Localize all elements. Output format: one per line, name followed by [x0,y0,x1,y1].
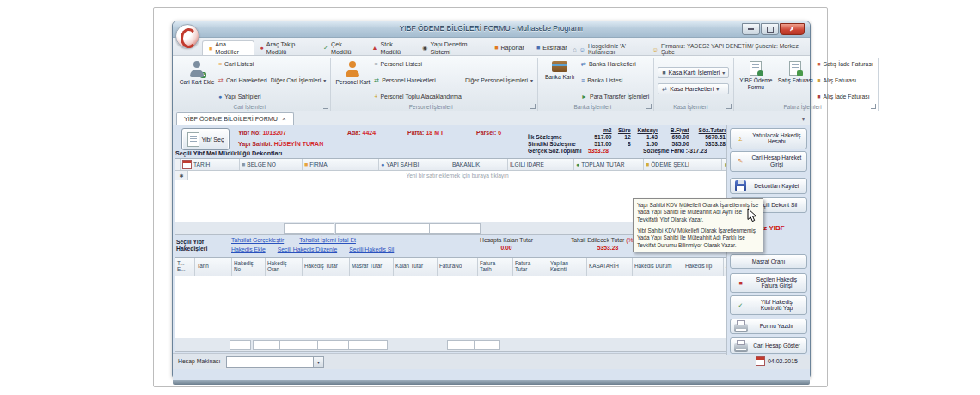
footer-input[interactable] [230,340,251,350]
ribbon-bigbutton[interactable]: +Cari Kart Ekle [179,59,215,101]
calc-combobox[interactable]: ▼ [226,356,324,368]
button-cari-hesap-g-ster[interactable]: Cari Hesap Göster [730,337,807,354]
button-masraf-oran-[interactable]: Masraf Oranı [730,254,807,269]
tab-close-icon[interactable]: × [282,116,286,123]
footer-input[interactable] [253,340,279,350]
link-se-ili-hakedi-d-zenle[interactable]: Seçili Hakediş Düzenle [278,246,338,252]
ribbon-bigbutton[interactable]: Satış Faturası [777,59,813,101]
column-header-1[interactable]: TARİH [181,159,240,170]
ribbon-item[interactable]: ►Para Transfer İşlemleri [581,94,649,100]
button-cari-hesap-hareket-giri-i[interactable]: ✎Cari Hesap Hareket Girişi [730,151,807,173]
totals-input[interactable] [284,223,334,234]
footer-input[interactable] [317,340,349,350]
bulk-credit-icon: + [374,94,377,100]
minimize-button[interactable] [742,23,760,35]
tab-yap-denetim-sistemi[interactable]: ◉Yapı Denetim Sistemi [416,40,488,55]
hakedis-column-header-7[interactable]: Kalan Tutar [394,258,438,276]
row-selector[interactable]: ✱ [175,171,188,180]
totals-input[interactable] [383,223,430,234]
contract-col-header: m2 [580,127,612,133]
ribbon-item[interactable]: ■Satış İade Faturası [817,61,873,67]
hakedis-grid-body[interactable] [175,276,726,338]
link-se-ili-hakedi-sil[interactable]: Seçili Hakediş Sil [349,246,394,252]
column-header-label: YAPI SAHİBİ [386,161,419,167]
hakedis-column-header-1[interactable]: T... E... [175,258,195,276]
chevron-down-icon[interactable]: ▼ [313,357,323,367]
column-header-5[interactable]: BAKANLIK [450,159,508,170]
hakedis-column-header-14[interactable]: HakedisTip [683,258,724,276]
hakedis-grid[interactable]: T... E...TarihHakediş NoHakediş OranHake… [175,257,727,340]
button-yibf-hakedi-kontrol-yap[interactable]: ✓Yibf Hakediş Kontrolü Yap [730,295,807,315]
maximize-button[interactable] [761,23,779,35]
column-header-2[interactable]: ■BELGE NO [240,159,303,170]
ribbon-items: ≡Cari Listesi⇄Cari Hareketleri●Yapı Sahi… [218,59,267,101]
new-row-hint[interactable]: Yeni bir satır eklemek için buraya tıkla… [188,171,726,180]
ribbon-dropdown-item[interactable]: Diğer Cari İşlemleri▾ [271,77,327,83]
ribbon-item[interactable]: ■Alış İade Faturası [817,94,873,100]
window-titlebar[interactable]: YIBF ÖDEME BİLGİLERİ FORMU - Muhasebe Pr… [173,21,810,38]
button-se-ilen-hakedi-fatura-giri-i[interactable]: ■Seçilen Hakediş Fatura Girişi [730,273,807,293]
hakedis-column-header-8[interactable]: FaturaNo [438,258,478,276]
hakedis-column-header-2[interactable]: Tarih [195,258,232,276]
column-header-4[interactable]: ●YAPI SAHİBİ [379,159,450,170]
footer-input[interactable] [475,340,500,350]
group-launcher-icon[interactable] [726,104,732,109]
totals-input[interactable] [335,223,383,234]
button-formu-yazd-r[interactable]: Formu Yazdır [730,319,807,335]
footer-input[interactable] [348,340,388,350]
totals-input[interactable] [429,223,481,234]
close-button[interactable]: ✗ [780,23,805,35]
ribbon-item[interactable]: ⇄Personel Hareketleri [374,77,462,83]
tab-ekstralar[interactable]: ■Ekstralar [530,40,573,55]
link-hakedi-ekle[interactable]: Hakediş Ekle [231,246,266,252]
document-tab[interactable]: YİBF ÖDEME BİLGİLERİ FORMU × [176,112,294,125]
tab--ek-mod-l-[interactable]: ✓Çek Modülü [317,40,365,55]
tab-raporlar[interactable]: ■Raporlar [488,40,530,55]
hakedis-column-header-6[interactable]: Masraf Tutar [350,258,394,276]
ribbon-dropdown-item[interactable]: Diğer Personel İşlemleri▾ [465,77,533,83]
footer-input[interactable] [447,340,475,350]
home-icon[interactable]: ⌂ [573,46,577,52]
ribbon-item[interactable]: ≡Personel Listesi [374,61,462,67]
tab-ana-mod-ller[interactable]: ■Ana Modüller [202,40,254,55]
ribbon-item[interactable]: ≡Banka Listesi [581,77,649,83]
hakedis-column-header-10[interactable]: Fatura Tutar [513,258,548,276]
hakedis-column-header-5[interactable]: Hakediş Tutar [303,258,350,276]
hakedis-column-header-13[interactable]: Hakedis Durum [633,258,683,276]
ribbon-group: YİBF Ödeme FormuSatış Faturası■Satış İad… [734,58,878,111]
group-launcher-icon[interactable] [646,104,652,109]
tab-ara-takip-mod-l-[interactable]: ●Araç Takip Modülü [254,40,318,55]
hakedis-column-header-12[interactable]: KASATARİH [587,258,633,276]
yibf-sec-button[interactable]: Yibf Seç [181,128,230,150]
ribbon-bigbutton[interactable]: YİBF Ödeme Formu [738,59,774,101]
group-launcher-icon[interactable] [871,104,876,109]
group-launcher-icon[interactable] [323,104,328,109]
link-tahsilat-ger-ekle-tir[interactable]: Tahsilat Gerçekleştir [231,237,284,243]
hakedis-column-header-3[interactable]: Hakediş No [232,258,266,276]
link-tahsilat-i-lemi-i-ptal-et[interactable]: Tahsilat İşlemi İptal Et [299,237,356,243]
doctab-overflow-icon[interactable]: ▾ [802,116,805,122]
ribbon-item[interactable]: ≡Cari Listesi [218,61,267,67]
ribbon-item[interactable]: ⇄Banka Hareketleri [581,61,649,67]
column-header-7[interactable]: ●TOPLAM TUTAR [574,159,644,170]
ribbon-item[interactable]: ■Alış Faturası [817,77,873,83]
ribbon-item[interactable]: ●Yapı Sahipleri [218,94,267,100]
hakedis-column-header-9[interactable]: Fatura Tarih [478,258,513,276]
contract-value: 5670.51 [689,134,726,140]
ribbon-bigbutton[interactable]: Banka Kartı [542,59,578,101]
footer-input[interactable] [279,340,318,350]
ribbon-item[interactable]: +Personel Toplu Alacaklandırma [374,94,462,100]
tab-stok-mod-l-[interactable]: ▲Stok Modülü [366,40,417,55]
button-dekontlar-kaydet[interactable]: Dekontları Kaydet [730,178,807,194]
button-yat-r-lacak-hakedi-hesab-[interactable]: ΣYatırılacak Hakediş Hesabı [730,128,807,149]
hakedis-column-header-4[interactable]: Hakediş Oran [266,258,303,276]
column-header-3[interactable]: ■FİRMA [303,159,379,170]
hakedis-column-header-11[interactable]: Yapılan Kesinti [548,258,587,276]
ribbon-bigbutton[interactable]: Personel Kart [334,59,371,101]
group-launcher-icon[interactable] [530,104,536,109]
ribbon-item[interactable]: ⇄Cari Hareketleri [218,77,267,83]
ribbon-dropdown-button[interactable]: ■Kasa Kartı İşlemleri▾ [658,67,729,78]
ribbon-dropdown-button[interactable]: ⇄Kasa Hareketleri▾ [658,83,729,94]
column-header-6[interactable]: İLGİLİ İDARE [508,159,574,170]
column-header-8[interactable]: ■ÖDEME ŞEKLİ [644,159,722,170]
